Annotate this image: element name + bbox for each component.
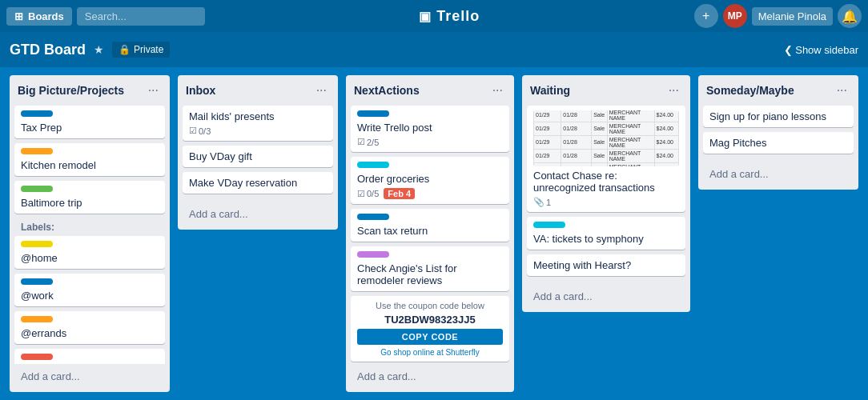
boards-button[interactable]: ⊞ Boards [6,7,72,26]
card-label-teal [357,162,389,168]
due-date-badge: Feb 4 [384,188,415,199]
card-text: Contact Chase re: unrecognized transacti… [533,170,679,194]
card-label-purple [357,251,389,258]
copy-code-button[interactable]: COPY CODE [357,329,503,345]
label-text: @home [21,252,159,264]
add-card-button-big-picture[interactable]: Add a card... [14,366,165,387]
list-menu-button-waiting[interactable]: ··· [665,82,682,99]
card-label-blue [357,214,389,220]
search-input[interactable] [77,7,205,26]
card-meta: ☑ 0/5Feb 4 [357,188,503,199]
coupon-code: TU2BDW98323JJ5 [357,314,503,326]
card-meta: ☑ 2/5 [357,137,503,147]
private-label: Private [134,44,163,55]
card-label-teal [533,222,565,228]
card-tax-prep[interactable]: Tax Prep [14,106,165,138]
card-piano-lessons[interactable]: Sign up for piano lessons [703,106,854,127]
card-label-orange [21,316,53,322]
card-make-vday[interactable]: Make VDay reservation [183,172,333,194]
add-card-button-someday-maybe[interactable]: Add a card... [703,163,854,185]
board-visibility: 🔒 Private [112,42,170,58]
chevron-left-icon: ❮ [784,44,793,56]
card-order-groceries[interactable]: Order groceries☑ 0/5Feb 4 [351,157,509,204]
card-text: Check Angie's List for remodeler reviews [357,262,503,286]
card-meta: 📎 1 [533,197,679,207]
card-text: Meeting with Hearst? [533,259,679,271]
logo-text: Trello [436,8,480,25]
label-card-errands[interactable]: @errands [14,311,165,344]
card-mag-pitches[interactable]: Mag Pitches [703,132,854,154]
list-cards-next-actions: Write Trello post☑ 2/5Order groceries☑ 0… [346,102,514,364]
mini-table: PostDateTransDateTaskDescriptionAmount01… [533,110,679,166]
board-header: GTD Board ★ 🔒 Private ❮ Show sidebar [0,32,868,67]
show-sidebar-label: Show sidebar [795,44,858,56]
add-card-button-waiting[interactable]: Add a card... [527,286,685,307]
card-meeting-hearst[interactable]: Meeting with Hearst? [527,254,685,276]
card-text: Mag Pitches [709,137,847,149]
board-content: Big Picture/Projects···Tax Prep✎Kitchen … [0,67,868,400]
label-text: @work [21,290,159,302]
card-text: Write Trello post [357,122,503,134]
avatar[interactable]: MP [723,4,747,28]
notification-button[interactable]: 🔔 [838,4,862,28]
list-header-next-actions: NextActions··· [346,75,514,102]
card-label-orange [21,148,53,154]
lock-icon: 🔒 [119,44,131,55]
show-sidebar-button[interactable]: ❮ Show sidebar [784,44,858,56]
card-coupon-card[interactable]: Use the coupon code belowTU2BDW98323JJ5C… [351,296,509,362]
card-attachment-preview: PostDateTransDateTaskDescriptionAmount01… [533,110,679,166]
card-text: Baltimore trip [21,197,159,209]
list-title-big-picture: Big Picture/Projects [18,84,124,97]
add-card-button-inbox[interactable]: Add a card... [183,203,333,225]
list-title-waiting: Waiting [530,84,570,97]
checklist-icon: ☑ [357,189,365,199]
coupon-hint: Use the coupon code below [357,301,503,310]
list-title-inbox: Inbox [186,84,215,97]
checklist-icon: ☑ [189,126,197,136]
card-mail-kids[interactable]: Mail kids' presents☑ 0/3 [183,106,333,141]
list-menu-button-someday-maybe[interactable]: ··· [834,82,850,99]
add-button[interactable]: + [694,4,718,28]
checklist-icon: ☑ [357,137,365,147]
list-title-next-actions: NextActions [354,84,420,97]
label-card-work[interactable]: @work [14,274,165,306]
card-check-angies[interactable]: Check Angie's List for remodeler reviews [351,246,509,291]
top-nav: ⊞ Boards ▣ Trello + MP Melanie Pinola 🔔 [0,0,868,32]
boards-grid-icon: ⊞ [14,10,23,22]
list-menu-button-big-picture[interactable]: ··· [145,82,162,99]
list-header-inbox: Inbox··· [178,75,338,102]
board-title: GTD Board [10,42,86,58]
card-scan-tax[interactable]: Scan tax return [351,209,509,242]
card-text: Mail kids' presents [189,110,327,122]
label-text: @errands [21,327,159,339]
label-card-home[interactable]: @home [14,236,165,269]
card-text: Sign up for piano lessons [709,110,847,122]
label-card-calls[interactable]: @calls [14,349,165,364]
list-menu-button-next-actions[interactable]: ··· [489,82,506,99]
list-header-someday-maybe: Someday/Maybe··· [698,75,858,102]
card-text: Scan tax return [357,225,503,237]
card-text: Make VDay reservation [189,177,327,189]
add-card-button-next-actions[interactable]: Add a card... [351,366,509,387]
coupon-link[interactable]: Go shop online at Shutterfly [357,348,503,357]
card-meta: ☑ 0/3 [189,126,327,136]
checklist-count: ☑ 0/5 [357,189,379,199]
card-write-trello[interactable]: Write Trello post☑ 2/5 [351,106,509,152]
card-label-green [21,186,53,192]
card-buy-vday[interactable]: Buy VDay gift [183,146,333,167]
list-big-picture: Big Picture/Projects···Tax Prep✎Kitchen … [10,75,170,392]
card-kitchen-remodel[interactable]: ✎Kitchen remodel [14,143,165,176]
card-text: Order groceries [357,173,503,185]
card-baltimore-trip[interactable]: Baltimore trip [14,181,165,214]
card-label-blue [21,278,53,285]
labels-section-title: Labels: [14,218,165,236]
list-menu-button-inbox[interactable]: ··· [313,82,330,99]
star-icon[interactable]: ★ [94,43,104,56]
card-chase-transactions[interactable]: PostDateTransDateTaskDescriptionAmount01… [527,106,685,212]
card-text: Buy VDay gift [189,150,327,162]
card-label-blue [357,110,389,117]
list-next-actions: NextActions···Write Trello post☑ 2/5Orde… [346,75,514,392]
list-header-big-picture: Big Picture/Projects··· [10,75,170,102]
user-menu-button[interactable]: Melanie Pinola [752,7,833,26]
card-va-symphony[interactable]: VA: tickets to symphony [527,217,685,250]
